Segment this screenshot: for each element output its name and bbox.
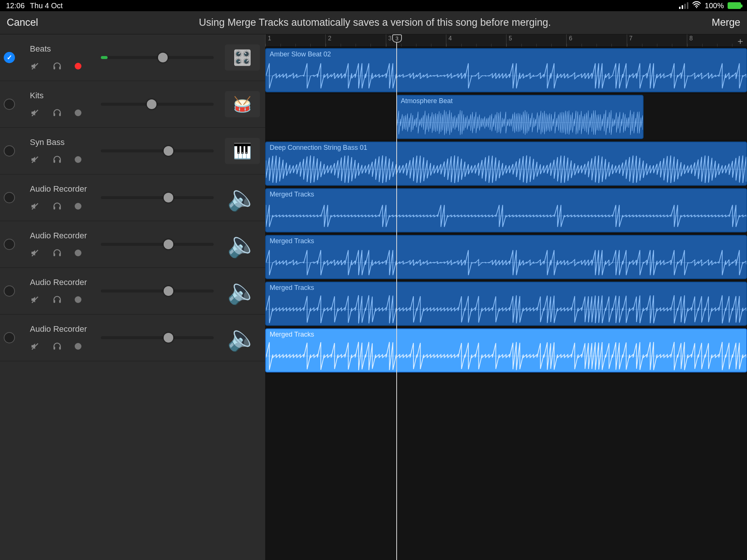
track-name-label: Audio Recorder: [30, 231, 101, 241]
mute-icon[interactable]: [30, 341, 40, 351]
record-arm-toggle[interactable]: [75, 296, 81, 303]
track-lane[interactable]: Merged Tracks: [265, 281, 747, 327]
waveform: [397, 107, 643, 138]
track-select-toggle[interactable]: [4, 239, 15, 250]
mute-icon[interactable]: [30, 108, 40, 118]
ruler-bar[interactable]: 1: [265, 34, 325, 47]
record-arm-toggle[interactable]: [75, 156, 81, 163]
headphones-icon[interactable]: [52, 248, 62, 258]
headphones-icon[interactable]: [52, 61, 62, 71]
drumkit-icon[interactable]: 🥁: [225, 91, 260, 117]
track-lane[interactable]: Merged Tracks: [265, 327, 747, 374]
record-arm-toggle[interactable]: [75, 250, 81, 256]
speaker-icon[interactable]: 🔈: [225, 325, 260, 351]
audio-region[interactable]: Merged Tracks: [265, 282, 747, 326]
volume-slider[interactable]: [101, 196, 214, 199]
track-name-label: Audio Recorder: [30, 324, 101, 334]
record-arm-toggle[interactable]: [75, 63, 81, 69]
audio-region[interactable]: Merged Tracks: [265, 235, 747, 279]
waveform: [266, 340, 746, 372]
waveform: [266, 247, 746, 278]
region-label: Amber Slow Beat 02: [266, 49, 746, 59]
headphones-icon[interactable]: [52, 201, 62, 211]
timeline-ruler[interactable]: 12345678＋: [265, 34, 747, 47]
status-date: Thu 4 Oct: [30, 1, 63, 10]
ruler-bar[interactable]: 2: [325, 34, 385, 47]
track-select-toggle[interactable]: [4, 192, 15, 203]
track-lane[interactable]: Merged Tracks: [265, 187, 747, 234]
speaker-icon[interactable]: 🔈: [225, 185, 260, 211]
mute-icon[interactable]: [30, 201, 40, 211]
waveform: [266, 154, 746, 185]
mute-icon[interactable]: [30, 295, 40, 304]
headphones-icon[interactable]: [52, 108, 62, 118]
volume-slider[interactable]: [101, 290, 214, 293]
svg-point-0: [696, 7, 697, 8]
speaker-icon[interactable]: 🔈: [225, 278, 260, 304]
record-arm-toggle[interactable]: [75, 109, 81, 116]
status-time: 12:06: [6, 1, 25, 10]
ruler-bar[interactable]: 3: [386, 34, 446, 47]
waveform: [266, 294, 746, 325]
speaker-icon[interactable]: 🔈: [225, 231, 260, 257]
mute-icon[interactable]: [30, 248, 40, 258]
track-select-toggle[interactable]: [4, 285, 15, 297]
region-label: Merged Tracks: [266, 329, 746, 339]
volume-slider[interactable]: [101, 243, 214, 246]
ruler-bar[interactable]: 7: [627, 34, 687, 47]
audio-region[interactable]: Deep Connection String Bass 01: [265, 142, 747, 186]
track-header[interactable]: Audio Recorder🔈: [0, 315, 265, 361]
ruler-bar[interactable]: 6: [566, 34, 626, 47]
sampler-icon[interactable]: 🎛️: [225, 44, 260, 71]
track-headers-panel: Beats🎛️Kits🥁Syn Bass🎹Audio Recorder🔈Audi…: [0, 34, 265, 560]
track-select-toggle[interactable]: [4, 145, 15, 157]
track-lane[interactable]: Atmosphere Beat: [265, 94, 747, 140]
ruler-bar[interactable]: 5: [506, 34, 566, 47]
cancel-button[interactable]: Cancel: [7, 17, 38, 28]
waveform: [266, 60, 746, 92]
region-lanes[interactable]: Amber Slow Beat 02Atmosphere BeatDeep Co…: [265, 47, 747, 374]
audio-region[interactable]: Atmosphere Beat: [396, 95, 644, 139]
wifi-icon: [692, 1, 701, 10]
ruler-bar[interactable]: 4: [446, 34, 506, 47]
track-header[interactable]: Beats🎛️: [0, 34, 265, 81]
track-name-label: Audio Recorder: [30, 278, 101, 287]
track-lane[interactable]: Amber Slow Beat 02: [265, 47, 747, 94]
mute-icon[interactable]: [30, 155, 40, 164]
audio-region[interactable]: Merged Tracks: [265, 328, 747, 372]
track-lane[interactable]: Deep Connection String Bass 01: [265, 140, 747, 187]
volume-slider[interactable]: [101, 336, 214, 339]
track-name-label: Syn Bass: [30, 137, 101, 147]
track-header[interactable]: Audio Recorder🔈: [0, 268, 265, 315]
synth-icon[interactable]: 🎹: [225, 138, 260, 164]
audio-region[interactable]: Merged Tracks: [265, 188, 747, 232]
record-arm-toggle[interactable]: [75, 203, 81, 210]
track-header[interactable]: Syn Bass🎹: [0, 128, 265, 174]
waveform: [266, 200, 746, 232]
track-name-label: Kits: [30, 91, 101, 100]
record-arm-toggle[interactable]: [75, 343, 81, 350]
volume-slider[interactable]: [101, 149, 214, 152]
track-header[interactable]: Audio Recorder🔈: [0, 174, 265, 221]
status-bar: 12:06 Thu 4 Oct 100%: [0, 0, 747, 11]
track-select-toggle[interactable]: [4, 52, 15, 63]
headphones-icon[interactable]: [52, 341, 62, 351]
add-section-button[interactable]: ＋: [736, 35, 745, 47]
track-select-toggle[interactable]: [4, 99, 15, 110]
audio-region[interactable]: Amber Slow Beat 02: [265, 48, 747, 92]
volume-slider[interactable]: [101, 103, 214, 106]
track-lane[interactable]: Merged Tracks: [265, 234, 747, 281]
timeline-panel[interactable]: 12345678＋ Amber Slow Beat 02Atmosphere B…: [265, 34, 747, 560]
track-select-toggle[interactable]: [4, 332, 15, 343]
battery-pct: 100%: [705, 1, 724, 10]
headphones-icon[interactable]: [52, 295, 62, 304]
region-label: Deep Connection String Bass 01: [266, 142, 746, 152]
mute-icon[interactable]: [30, 61, 40, 71]
track-header[interactable]: Kits🥁: [0, 81, 265, 128]
headphones-icon[interactable]: [52, 155, 62, 164]
volume-slider[interactable]: [101, 56, 214, 59]
merge-button[interactable]: Merge: [712, 17, 740, 28]
track-header[interactable]: Audio Recorder🔈: [0, 221, 265, 268]
region-label: Atmosphere Beat: [397, 96, 643, 106]
merge-header: Cancel Using Merge Tracks automatically …: [0, 11, 747, 34]
